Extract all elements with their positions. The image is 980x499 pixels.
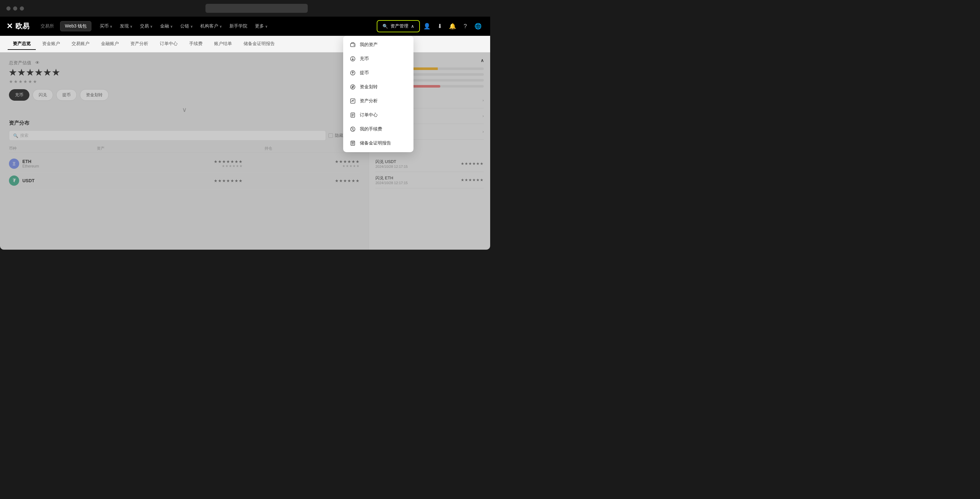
col-asset: 资产: [97, 146, 185, 151]
transfer-button[interactable]: 资金划转: [80, 89, 109, 101]
search-box[interactable]: 🔍 搜索: [9, 131, 326, 141]
subtab-trading[interactable]: 交易账户: [67, 38, 95, 50]
tab-web3[interactable]: Web3 钱包: [60, 21, 91, 31]
chevron-icon: ∨: [150, 25, 153, 28]
left-panel: 总资产估值 👁 ★★★★★★ ★★★★★★ 充币 闪兑 提币 资金划转 ∨ 资产…: [0, 53, 369, 250]
dropdown-report[interactable]: 储备金证明报告: [343, 136, 414, 150]
recent-item-2[interactable]: 闪兑 ETH 2024/10/28 12:17:15 ★★★★★★: [375, 172, 484, 188]
withdraw-label: 提币: [360, 70, 369, 76]
usdt-coin-info: ₮ USDT: [9, 175, 126, 186]
dropdown-fee[interactable]: 我的手续费: [343, 122, 414, 136]
recent-title-2: 闪兑 ETH: [375, 175, 408, 181]
checkbox[interactable]: [328, 133, 333, 138]
collapse-icon[interactable]: ∧: [480, 58, 484, 63]
logo[interactable]: ✕ 欧易: [6, 21, 29, 31]
usdt-symbol: USDT: [22, 178, 35, 183]
sub-tabs: 资产总览 资金账户 交易账户 金融账户 资产分析 订单中心 手续费 账户结单 储…: [0, 36, 490, 53]
chevron-icon: ∨: [191, 25, 192, 28]
action-buttons: 充币 闪兑 提币 资金划转: [9, 89, 360, 101]
dropdown-analysis[interactable]: 资产分析: [343, 94, 414, 108]
asset-distribution: 资产分布 🔍 搜索 隐藏小额资产 币种 资产 持仓 收益: [9, 120, 360, 189]
eth-coin-info: Ξ ETH Ethereum: [9, 159, 126, 169]
nav-institution[interactable]: 机构客户 ∨: [197, 21, 225, 31]
deposit-button[interactable]: 充币: [9, 89, 29, 101]
dropdown-deposit[interactable]: 充币: [343, 52, 414, 66]
nav-menu: 买币 ∨ 发现 ∨ 交易 ∨ 金融 ∨ 公链 ∨ 机构客户 ∨ 新手学院 更多 …: [97, 21, 270, 31]
chevron-up-icon: ∧: [411, 24, 414, 29]
wallet-icon: [350, 41, 356, 48]
download-icon[interactable]: ⬇: [434, 21, 445, 32]
swap-button[interactable]: 闪兑: [33, 89, 53, 101]
close-dot[interactable]: [6, 6, 11, 11]
eth-profit: ★★★★★★ ★★★★★: [243, 159, 360, 168]
asset-management-dropdown: 我的资产 充币 提币: [343, 36, 414, 152]
orders-label: 订单中心: [360, 112, 378, 118]
window-controls: [6, 6, 24, 11]
arrow-icon: ›: [482, 129, 484, 134]
nav-finance[interactable]: 金融 ∨: [157, 21, 176, 31]
dropdown-orders[interactable]: 订单中心: [343, 108, 414, 122]
search-icon: 🔍: [382, 24, 388, 29]
subtab-orders[interactable]: 订单中心: [155, 38, 183, 50]
recent-title-1: 闪兑 USDT: [375, 159, 408, 165]
help-icon[interactable]: ?: [460, 21, 471, 32]
dropdown-withdraw[interactable]: 提币: [343, 66, 414, 80]
subtab-fee[interactable]: 手续费: [184, 38, 208, 50]
orders-icon: [350, 112, 356, 118]
my-assets-label: 我的资产: [360, 42, 378, 48]
recent-time-1: 2024/10/28 12:17:15: [375, 165, 408, 169]
nav-beginner[interactable]: 新手学院: [226, 21, 250, 31]
nav-trade[interactable]: 交易 ∨: [137, 21, 156, 31]
recent-info-2: 闪兑 ETH 2024/10/28 12:17:15: [375, 175, 408, 185]
recent-info-1: 闪兑 USDT 2024/10/28 12:17:15: [375, 159, 408, 169]
tab-exchange[interactable]: 交易所: [36, 21, 59, 31]
subtab-analysis[interactable]: 资产分析: [125, 38, 153, 50]
dropdown-transfer[interactable]: 资金划转: [343, 80, 414, 94]
subtab-funds[interactable]: 资金账户: [37, 38, 65, 50]
subtab-reserve[interactable]: 储备金证明报告: [239, 38, 280, 50]
chevron-icon: ∨: [265, 25, 267, 28]
fee-label: 我的手续费: [360, 126, 382, 132]
user-icon[interactable]: 👤: [421, 21, 433, 32]
usdt-avatar: ₮: [9, 175, 19, 186]
total-assets-value: ★★★★★★: [9, 68, 360, 78]
nav-more[interactable]: 更多 ∨: [252, 21, 270, 31]
dropdown-my-assets[interactable]: 我的资产: [343, 38, 414, 52]
transfer-icon: [350, 84, 356, 90]
fullscreen-dot[interactable]: [20, 6, 24, 11]
total-assets-sub: ★★★★★★: [9, 79, 360, 84]
analysis-label: 资产分析: [360, 98, 378, 104]
recent-item-1[interactable]: 闪兑 USDT 2024/10/28 12:17:15 ★★★★★★: [375, 156, 484, 172]
eth-holding: ★★★★★★★ ★★★★★★: [126, 159, 243, 168]
search-row: 🔍 搜索 隐藏小额资产: [9, 131, 360, 141]
svg-point-4: [350, 85, 355, 89]
nav-chain[interactable]: 公链 ∨: [177, 21, 196, 31]
nav-discover[interactable]: 发现 ∨: [117, 21, 135, 31]
search-placeholder: 搜索: [20, 133, 29, 139]
recent-time-2: 2024/10/28 12:17:15: [375, 181, 408, 185]
address-bar[interactable]: [205, 4, 308, 13]
total-assets-label: 总资产估值 👁: [9, 60, 360, 66]
col-currency: 币种: [9, 146, 97, 151]
asset-management-button[interactable]: 🔍 资产管理 ∧: [377, 20, 420, 32]
logo-icon: ✕: [6, 22, 13, 31]
minimize-dot[interactable]: [13, 6, 17, 11]
subtab-statement[interactable]: 账户结单: [209, 38, 237, 50]
withdraw-button[interactable]: 提币: [56, 89, 77, 101]
transfer-label: 资金划转: [360, 84, 378, 90]
eye-slash-icon[interactable]: 👁: [35, 60, 40, 65]
nav-tabs: 交易所 Web3 钱包: [36, 21, 91, 31]
expand-icon[interactable]: ∨: [9, 106, 360, 113]
subtab-finance[interactable]: 金融账户: [96, 38, 124, 50]
nav-right: 🔍 资产管理 ∧ 👤 ⬇ 🔔 ? 🌐: [377, 20, 484, 32]
bell-icon[interactable]: 🔔: [447, 21, 458, 32]
deposit-label: 充币: [360, 56, 369, 62]
eth-name: Ethereum: [22, 164, 39, 169]
table-row: ₮ USDT ★★★★★★★ ★★★★★★: [9, 172, 360, 189]
nav-buy[interactable]: 买币 ∨: [97, 21, 115, 31]
col-holding: 持仓: [185, 146, 272, 151]
recent-value-1: ★★★★★★: [461, 161, 484, 166]
globe-icon[interactable]: 🌐: [472, 21, 484, 32]
recent-trades-section: 近期交易 闪兑 USDT 2024/10/28 12:17:15 ★★★★★★ …: [375, 146, 484, 188]
subtab-overview[interactable]: 资产总览: [8, 38, 36, 50]
